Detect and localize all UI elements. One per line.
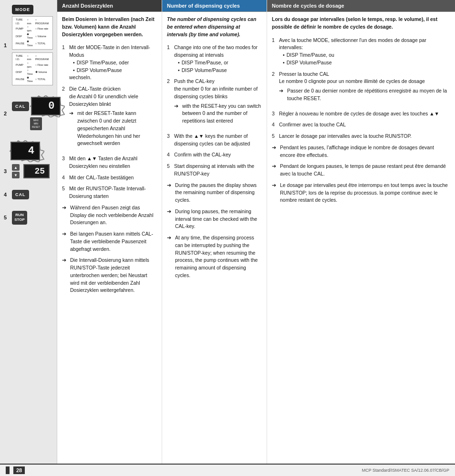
arrow-up-button[interactable]: ▲ <box>12 164 20 171</box>
german-step3-content: Mit den ▲▼ Tasten die Anzahl Dosierzykle… <box>69 155 157 170</box>
min-label: MIN <box>32 122 40 125</box>
english-step2-note: ➔ with the RESET-key you can switch betw… <box>174 103 262 125</box>
panel1-r1c1: TUBE I.D. <box>15 18 26 25</box>
french-step5-content: Lancer le dosage par intervalles avec la… <box>279 133 450 140</box>
sidebar-step1-group: 1 MODE TUBE I.D.○ mm○ PROGRAM PUMP○ rpm○… <box>4 5 53 93</box>
german-step1-bullets: DISP Time/Pause, oder DISP Volume/Pause <box>69 59 157 74</box>
display-0-wrap: 0 <box>31 97 61 115</box>
arrow-symbol-3: ➔ <box>62 230 68 238</box>
french-intro: Lors du dosage par intervalles (selon le… <box>272 16 450 31</box>
mode-button[interactable]: MODE <box>12 5 33 14</box>
german-step4-content: Mit der CAL-Taste bestätigen <box>69 174 157 182</box>
arrow-symbol-fr2: ➔ <box>272 144 278 152</box>
french-step3-content: Régler à nouveau le nombre de cycles de … <box>279 110 450 118</box>
german-step2-num: 2 <box>62 85 67 93</box>
step4-label: 4 <box>4 192 10 197</box>
english-note1: ➔ During the pauses the display shows th… <box>167 182 262 204</box>
panel2-r4c3: ○ TOTAL <box>34 76 50 83</box>
arrow-symbol-en1: ➔ <box>174 103 180 110</box>
panel1-r4c1: PAUSE <box>15 40 26 47</box>
french-step3-num: 3 <box>272 110 277 118</box>
panel2-r3c3: ✱ Volume <box>34 69 50 76</box>
english-bullet-1: DISP Time/Pause, or <box>178 59 262 67</box>
diagram-panel-2: TUBE I.D.○ mm○ PROGRAM PUMP○ rpm○ Flow r… <box>12 52 53 86</box>
english-step5-text: Start dispensing at intervals with the R… <box>174 163 254 176</box>
german-step3-text: Mit den ▲▼ Tasten die Anzahl Dosierzykle… <box>69 155 137 169</box>
german-note3: ➔ Die Intervall-Dosierung kann mittels R… <box>62 257 157 294</box>
arrow-symbol-fr3: ➔ <box>272 163 278 170</box>
english-step5-content: Start dispensing at intervals with the R… <box>174 163 262 178</box>
german-note3-text: Die Intervall-Dosierung kann mittels RUN… <box>70 257 157 294</box>
english-step5-num: 5 <box>167 163 172 170</box>
run-label: RUN <box>14 213 25 217</box>
panel2-r1c2: ○ mm <box>26 54 34 62</box>
panel1-r3c3: ○ Volume <box>34 33 50 40</box>
french-step5: 5 Lancer le dosage par intervalles avec … <box>272 133 450 140</box>
panel1-r3c2: ✱ Time <box>26 33 34 40</box>
french-note2: ➔ Pendant de longues pauses, le temps de… <box>272 163 450 178</box>
german-intro: Beim Dosieren in Intervallen (nach Zeit … <box>62 16 157 38</box>
french-step2-note-text: Passer de 0 au dernier nombre de répétit… <box>287 87 450 103</box>
french-step4-text: Confirmer avec la touche CAL <box>279 122 346 127</box>
english-step4: 4 Confirm with the CAL-key <box>167 151 262 159</box>
max-min-reset-button[interactable]: MAX MIN RESET <box>30 117 42 130</box>
german-note1: ➔ Während den Pausen zeigt das Display d… <box>62 204 157 227</box>
panel2-r1c3: ○ PROGRAM <box>34 54 50 62</box>
french-step2-note: ➔ Passer de 0 au dernier nombre de répét… <box>279 87 450 103</box>
english-step3: 3 With the ▲▼ keys the number of dispens… <box>167 133 262 148</box>
display-value-0: 0 <box>31 97 61 115</box>
panel1-r2c3: ○ Flow rate <box>34 25 50 32</box>
german-note1-text: Während den Pausen zeigt das Display die… <box>70 204 157 227</box>
german-step5-text: Mit der RUN/STOP-Taste Intervall-Dosieru… <box>69 186 146 199</box>
german-bullet-2: DISP Volume/Pause <box>73 67 157 74</box>
english-body: The number of dispensing cycles can be e… <box>162 12 267 287</box>
max-label: MAX <box>32 119 40 122</box>
panel1-r4c2: ✱ Time <box>26 40 34 47</box>
reset-label: RESET <box>32 125 40 129</box>
french-step5-num: 5 <box>272 133 277 140</box>
french-step5-text: Lancer le dosage par intervalles avec la… <box>279 133 412 139</box>
french-bullet-1: DISP Time/Pause, ou <box>283 52 450 59</box>
display-value-25: 25 <box>23 164 50 178</box>
german-body: Beim Dosieren in Intervallen (nach Zeit … <box>57 12 162 302</box>
stop-label: STOP <box>14 217 25 222</box>
panel1-r1c2: ○ mm <box>26 18 34 25</box>
arrow-buttons: ▲ ▼ <box>12 164 20 178</box>
french-step3: 3 Régler à nouveau le nombre de cycles d… <box>272 110 450 118</box>
french-step2-text: Presser la touche CALLe nombre 0 clignot… <box>279 71 425 84</box>
arrow-symbol-1: ➔ <box>69 110 75 117</box>
german-step2-note-text: mit der RESET-Taste kann zwischen 0 und … <box>77 110 157 147</box>
arrow-symbol-en4: ➔ <box>167 234 173 242</box>
arrow-symbol-4: ➔ <box>62 257 68 264</box>
english-intro: The number of dispensing cycles can be e… <box>167 16 262 38</box>
panel2-r3c1: DISP <box>15 69 26 76</box>
panel1-r2c2: ○ rpm <box>26 25 34 32</box>
german-step4-text: Mit der CAL-Taste bestätigen <box>69 175 134 180</box>
english-note1-text: During the pauses the display shows the … <box>175 182 262 204</box>
french-bullet-2: DISP Volume/Pause <box>283 59 450 67</box>
german-step1-content: Mit der MODE-Taste in den Intervall-Modu… <box>69 44 157 82</box>
french-note1-text: Pendant les pauses, l'affichage indique … <box>280 144 450 159</box>
french-step3-text: Régler à nouveau le nombre de cycles de … <box>279 111 439 116</box>
cal-button-2[interactable]: CAL <box>12 190 29 199</box>
english-step1-text: Change into one of the two modes for dis… <box>174 44 258 58</box>
english-step2-note-text: with the RESET-key you can switch betwee… <box>182 103 262 125</box>
column-german: Anzahl Dosierzyklen Beim Dosieren in Int… <box>57 0 162 464</box>
panel1-r4c3: ○ TOTAL <box>34 40 50 47</box>
french-note1: ➔ Pendant les pauses, l'affichage indiqu… <box>272 144 450 159</box>
arrow-down-button[interactable]: ▼ <box>12 172 20 178</box>
french-note2-text: Pendant de longues pauses, le temps de p… <box>280 163 450 178</box>
french-step4-num: 4 <box>272 121 277 129</box>
french-body: Lors du dosage par intervalles (selon le… <box>267 12 455 212</box>
french-step2-num: 2 <box>272 71 277 78</box>
german-step2-note: ➔ mit der RESET-Taste kann zwischen 0 un… <box>69 110 157 147</box>
run-stop-button[interactable]: RUN STOP <box>12 211 27 225</box>
cal-button-1[interactable]: CAL <box>12 102 29 111</box>
sidebar-step4-group: 4 CAL <box>4 190 53 207</box>
english-note3: ➔ At any time, the dispensing process ca… <box>167 234 262 279</box>
french-step2-content: Presser la touche CALLe nombre 0 clignot… <box>279 71 450 106</box>
sidebar-step5: 5 RUN STOP <box>4 211 53 225</box>
sidebar-step3: 3 ▲ ▼ 25 <box>4 164 53 178</box>
german-step2-text: Die CAL-Taste drückendie Anzahl 0 für un… <box>69 86 138 107</box>
french-step1: 1 Avec la touche MODE, sélectionner l'un… <box>272 37 450 67</box>
